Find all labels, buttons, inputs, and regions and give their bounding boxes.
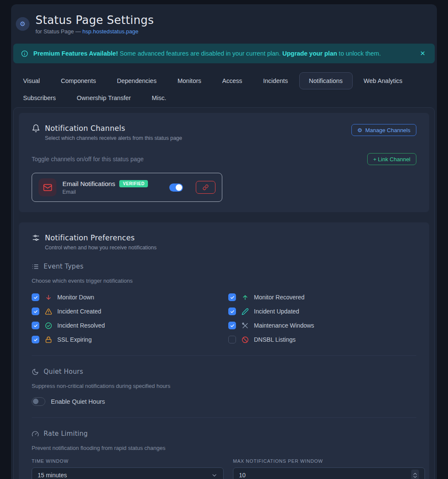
checkbox-unchecked[interactable]: [228, 336, 236, 343]
event-label: Incident Created: [57, 308, 101, 315]
event-label: SSL Expiring: [57, 336, 91, 343]
toggle-channels-hint: Toggle channels on/off for this status p…: [32, 156, 144, 163]
event-incident-resolved[interactable]: Incident Resolved: [32, 321, 228, 330]
list-icon: [32, 263, 39, 270]
event-ssl-expiring[interactable]: SSL Expiring: [32, 335, 228, 344]
event-types-grid: Monitor DownMonitor RecoveredIncident Cr…: [32, 293, 425, 344]
tab-misc[interactable]: Misc.: [142, 89, 176, 106]
rate-limiting-subtitle: Prevent notification flooding from rapid…: [32, 445, 416, 451]
checkbox-checked[interactable]: [32, 336, 39, 343]
gear-icon: ⚙: [357, 127, 363, 133]
checkbox-checked[interactable]: [32, 293, 39, 301]
page-header: ⚙ Status Page Settings for Status Page —…: [13, 14, 435, 35]
quiet-hours-toggle[interactable]: [32, 397, 45, 406]
tab-monitors[interactable]: Monitors: [168, 72, 211, 89]
moon-icon: [32, 368, 39, 376]
checkbox-checked[interactable]: [32, 308, 39, 315]
event-label: Maintenance Windows: [254, 322, 314, 329]
event-label: Monitor Down: [57, 294, 94, 301]
banner-body: Some advanced features are disabled in y…: [118, 50, 282, 57]
checkbox-checked[interactable]: [228, 293, 236, 301]
notification-preferences-panel: Notification Preferences Control when an…: [19, 222, 429, 479]
toggle-knob: [176, 184, 182, 191]
tab-web-analytics[interactable]: Web Analytics: [354, 72, 413, 89]
tab-dependencies[interactable]: Dependencies: [107, 72, 166, 89]
event-monitor-down[interactable]: Monitor Down: [32, 293, 228, 302]
quiet-hours-toggle-label: Enable Quiet Hours: [51, 398, 105, 405]
quiet-hours-title: Quiet Hours: [44, 368, 83, 376]
close-icon[interactable]: ✕: [418, 48, 427, 59]
warning-triangle-icon: [44, 308, 52, 315]
max-notifications-field: [233, 467, 425, 479]
channel-name: Email Notifications: [62, 180, 115, 187]
tab-components[interactable]: Components: [51, 72, 106, 89]
verified-badge: VERIFIED: [119, 180, 148, 187]
checkbox-checked[interactable]: [228, 322, 236, 329]
gauge-icon: [32, 430, 39, 438]
page-title: Status Page Settings: [35, 14, 154, 27]
premium-banner: Premium Features Available! Some advance…: [13, 44, 435, 63]
toggle-knob: [33, 399, 38, 404]
tab-subscribers[interactable]: Subscribers: [13, 89, 66, 106]
tab-access[interactable]: Access: [212, 72, 252, 89]
subtitle-prefix: for Status Page —: [35, 28, 83, 35]
event-label: Incident Updated: [254, 308, 299, 315]
event-maintenance-windows[interactable]: Maintenance Windows: [228, 321, 425, 330]
tab-ownership-transfer[interactable]: Ownership Transfer: [67, 89, 141, 106]
tab-visual[interactable]: Visual: [13, 72, 50, 89]
event-dnsbl-listings[interactable]: DNSBL Listings: [228, 335, 425, 344]
event-label: DNSBL Listings: [254, 336, 296, 343]
link-chain-icon: [203, 184, 209, 190]
check-circle-icon: [44, 322, 52, 329]
notification-channels-panel: Notification Channels Select which chann…: [19, 113, 429, 212]
max-notifications-input[interactable]: [239, 472, 411, 479]
event-incident-updated[interactable]: Incident Updated: [228, 307, 425, 316]
arrow-down-icon: [44, 294, 52, 301]
email-channel-card: Email Notifications VERIFIED Email: [32, 173, 222, 202]
tabs-row-1: VisualComponentsDependenciesMonitorsAcce…: [13, 72, 435, 89]
number-stepper[interactable]: [411, 470, 419, 479]
event-incident-created[interactable]: Incident Created: [32, 307, 228, 316]
email-channel-tile: [38, 178, 56, 196]
divider: [32, 355, 416, 356]
time-window-select[interactable]: 15 minutes: [32, 467, 224, 479]
status-page-link[interactable]: hsp.hostedstatus.page: [83, 28, 139, 35]
channels-subtitle: Select which channels receive alerts fro…: [45, 135, 182, 141]
time-window-label: TIME WINDOW: [32, 458, 224, 464]
event-label: Incident Resolved: [57, 322, 105, 329]
info-icon: [21, 50, 28, 57]
event-types-title: Event Types: [44, 263, 83, 270]
time-window-value: 15 minutes: [38, 472, 211, 479]
checkbox-checked[interactable]: [32, 322, 39, 329]
channel-type: Email: [62, 189, 148, 195]
lock-icon: [44, 336, 52, 343]
max-notifications-label: MAX NOTIFICATIONS PER WINDOW: [233, 458, 425, 464]
tabs-row-2: SubscribersOwnership TransferMisc.: [13, 89, 435, 106]
channels-title: Notification Channels: [45, 124, 125, 133]
tab-incidents[interactable]: Incidents: [253, 72, 298, 89]
manage-channels-button[interactable]: ⚙ Manage Channels: [351, 124, 416, 136]
email-channel-toggle[interactable]: [169, 183, 183, 192]
pencil-icon: [241, 308, 249, 315]
settings-tabs: VisualComponentsDependenciesMonitorsAcce…: [13, 72, 435, 106]
checkbox-checked[interactable]: [228, 308, 236, 315]
unlink-channel-button[interactable]: [196, 181, 215, 194]
event-label: Monitor Recovered: [254, 294, 304, 301]
event-types-subtitle: Choose which events trigger notification…: [32, 278, 416, 284]
chevron-down-icon: [211, 472, 218, 479]
link-channel-button[interactable]: + Link Channel: [367, 153, 416, 165]
tab-notifications[interactable]: Notifications: [299, 72, 353, 89]
divider: [32, 417, 416, 418]
quiet-hours-subtitle: Suppress non-critical notifications duri…: [32, 383, 416, 389]
rate-limiting-title: Rate Limiting: [44, 430, 88, 438]
preferences-subtitle: Control when and how you receive notific…: [45, 245, 416, 251]
status-page-settings-app: ⚙ Status Page Settings for Status Page —…: [11, 4, 437, 479]
event-monitor-recovered[interactable]: Monitor Recovered: [228, 293, 425, 302]
sliders-icon: [32, 234, 40, 242]
bell-icon: [32, 124, 40, 133]
upgrade-plan-link[interactable]: Upgrade your plan: [282, 50, 337, 57]
page-subtitle: for Status Page — hsp.hostedstatus.page: [35, 28, 154, 35]
preferences-title: Notification Preferences: [45, 234, 135, 242]
ban-icon: [241, 336, 249, 343]
notifications-tab-content: Notification Channels Select which chann…: [13, 107, 435, 479]
